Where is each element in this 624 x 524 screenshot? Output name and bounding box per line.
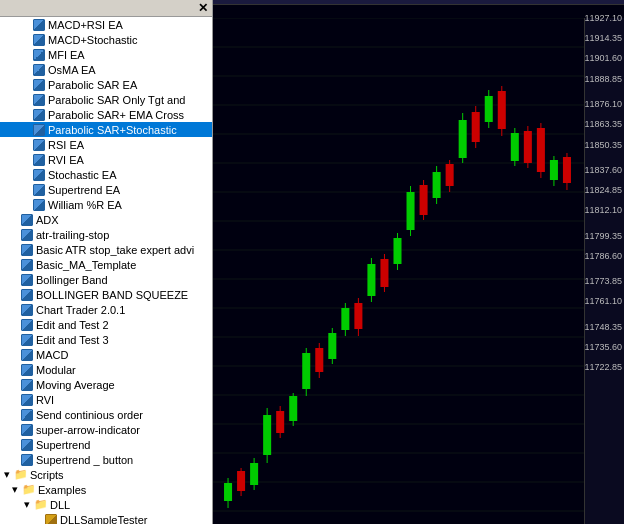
tree-item-label: RSI EA — [48, 139, 84, 151]
tree-item-scripts[interactable]: ▾📁Scripts — [0, 467, 212, 482]
ea-icon — [20, 318, 34, 332]
tree-item-label: atr-trailing-stop — [36, 229, 109, 241]
expand-icon: ▾ — [2, 468, 12, 482]
ea-icon — [32, 153, 46, 167]
price-label: 11722.85 — [584, 362, 622, 372]
tree-item-bollinger-band[interactable]: Bollinger Band — [0, 272, 212, 287]
ea-icon — [32, 198, 46, 212]
ea-icon — [20, 228, 34, 242]
tree-item-rvi[interactable]: RVI — [0, 392, 212, 407]
ea-icon — [32, 18, 46, 32]
price-label: 11735.60 — [584, 342, 622, 352]
tree-item-modular[interactable]: Modular — [0, 362, 212, 377]
tree-item-label: Basic ATR stop_take expert advi — [36, 244, 194, 256]
price-label: 11863.35 — [584, 119, 622, 129]
tree-item-rsi-ea[interactable]: RSI EA — [0, 137, 212, 152]
tree-item-supertrend-button[interactable]: Supertrend _ button — [0, 452, 212, 467]
price-label: 11888.85 — [584, 74, 622, 84]
tree-item-label: Parabolic SAR Only Tgt and — [48, 94, 185, 106]
ea-icon — [20, 213, 34, 227]
tree-item-dll[interactable]: ▾📁DLL — [0, 497, 212, 512]
price-label: 11914.35 — [584, 33, 622, 43]
tree-item-send-continuous-order[interactable]: Send continious order — [0, 407, 212, 422]
tree-item-label: super-arrow-indicator — [36, 424, 140, 436]
svg-rect-35 — [328, 333, 336, 359]
tree-item-label: Moving Average — [36, 379, 115, 391]
tree-item-parabolic-sar-ema[interactable]: Parabolic SAR+ EMA Cross — [0, 107, 212, 122]
tree-item-basic-ma-template[interactable]: Basic_MA_Template — [0, 257, 212, 272]
price-label: 11761.10 — [584, 296, 622, 306]
svg-rect-23 — [250, 463, 258, 485]
tree-item-adx[interactable]: ADX — [0, 212, 212, 227]
tree-item-label: Scripts — [30, 469, 64, 481]
svg-rect-25 — [263, 415, 271, 455]
svg-rect-51 — [433, 172, 441, 198]
tree-item-supertrend[interactable]: Supertrend — [0, 437, 212, 452]
ea-icon — [20, 258, 34, 272]
tree-item-parabolic-sar-only[interactable]: Parabolic SAR Only Tgt and — [0, 92, 212, 107]
expand-icon: ▾ — [10, 483, 20, 497]
price-axis: 11927.1011914.3511901.6011888.8511876.10… — [584, 18, 624, 524]
price-label: 11901.60 — [584, 53, 622, 63]
tree-item-label: Send continious order — [36, 409, 143, 421]
price-label: 11812.10 — [584, 205, 622, 215]
svg-rect-61 — [498, 91, 506, 129]
tree-item-label: DLL — [50, 499, 70, 511]
tree-item-macd-stochastic[interactable]: MACD+Stochastic — [0, 32, 212, 47]
svg-rect-39 — [354, 303, 362, 329]
tree-item-macd[interactable]: MACD — [0, 347, 212, 362]
ea-icon — [32, 93, 46, 107]
ea-icon — [32, 183, 46, 197]
ea-icon — [20, 243, 34, 257]
tree-item-label: Modular — [36, 364, 76, 376]
folder-icon: 📁 — [14, 468, 28, 482]
script-icon — [44, 513, 58, 525]
svg-rect-27 — [276, 411, 284, 433]
tree-item-parabolic-sar-stochastic[interactable]: Parabolic SAR+Stochastic — [0, 122, 212, 137]
chart-area: 11927.1011914.3511901.6011888.8511876.10… — [213, 0, 624, 524]
ea-icon — [20, 438, 34, 452]
tree-item-label: Chart Trader 2.0.1 — [36, 304, 125, 316]
navigator-body[interactable]: MACD+RSI EAMACD+StochasticMFI EAOsMA EAP… — [0, 17, 212, 524]
tree-item-dll-sample-tester[interactable]: DLLSampleTester — [0, 512, 212, 524]
svg-rect-45 — [393, 238, 401, 264]
svg-rect-21 — [237, 471, 245, 491]
price-label: 11927.10 — [584, 13, 622, 23]
tree-item-label: MACD+Stochastic — [48, 34, 138, 46]
tree-item-rvi-ea[interactable]: RVI EA — [0, 152, 212, 167]
svg-rect-43 — [380, 259, 388, 287]
tree-item-parabolic-sar-ea[interactable]: Parabolic SAR EA — [0, 77, 212, 92]
tree-item-osma-ea[interactable]: OsMA EA — [0, 62, 212, 77]
svg-rect-59 — [485, 96, 493, 122]
tree-item-label: RVI EA — [48, 154, 84, 166]
tree-item-edit-test-3[interactable]: Edit and Test 3 — [0, 332, 212, 347]
price-label: 11876.10 — [584, 99, 622, 109]
tree-item-william-r-ea[interactable]: William %R EA — [0, 197, 212, 212]
ea-icon — [32, 48, 46, 62]
tree-item-edit-test-2[interactable]: Edit and Test 2 — [0, 317, 212, 332]
tree-item-examples[interactable]: ▾📁Examples — [0, 482, 212, 497]
expand-icon: ▾ — [22, 498, 32, 512]
tree-item-stochastic-ea[interactable]: Stochastic EA — [0, 167, 212, 182]
svg-rect-53 — [446, 164, 454, 186]
svg-rect-65 — [524, 131, 532, 163]
svg-rect-49 — [420, 185, 428, 215]
price-label: 11850.35 — [584, 140, 622, 150]
tree-item-basic-atr-stop[interactable]: Basic ATR stop_take expert advi — [0, 242, 212, 257]
ea-icon — [32, 108, 46, 122]
ea-icon — [20, 423, 34, 437]
tree-item-super-arrow-indicator[interactable]: super-arrow-indicator — [0, 422, 212, 437]
tree-item-moving-average[interactable]: Moving Average — [0, 377, 212, 392]
tree-item-macd-rsi-ea[interactable]: MACD+RSI EA — [0, 17, 212, 32]
ea-icon — [20, 363, 34, 377]
price-label: 11824.85 — [584, 185, 622, 195]
tree-item-label: Examples — [38, 484, 86, 496]
tree-item-atr-trailing-stop[interactable]: atr-trailing-stop — [0, 227, 212, 242]
tree-item-supertrend-ea[interactable]: Supertrend EA — [0, 182, 212, 197]
tree-item-mfi-ea[interactable]: MFI EA — [0, 47, 212, 62]
close-icon[interactable]: ✕ — [198, 2, 208, 14]
tree-item-bollinger-band-squeeze[interactable]: BOLLINGER BAND SQUEEZE — [0, 287, 212, 302]
svg-rect-55 — [459, 120, 467, 158]
ea-icon — [32, 63, 46, 77]
tree-item-chart-trader[interactable]: Chart Trader 2.0.1 — [0, 302, 212, 317]
